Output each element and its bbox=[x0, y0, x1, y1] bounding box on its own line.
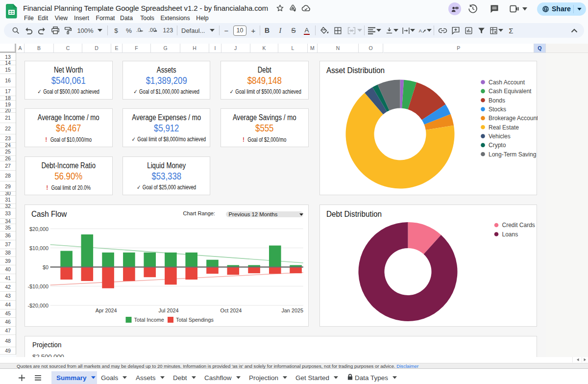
svg-text:$0: $0 bbox=[43, 264, 49, 270]
svg-text:Long-Term Saving: Long-Term Saving bbox=[489, 151, 536, 158]
svg-text:Cash Equivalent: Cash Equivalent bbox=[489, 88, 532, 95]
svg-text:$10,000: $10,000 bbox=[29, 245, 49, 251]
svg-text:.0: .0 bbox=[136, 27, 141, 33]
svg-text:Oct 2024: Oct 2024 bbox=[220, 307, 242, 313]
svg-text:Real Estate: Real Estate bbox=[489, 124, 519, 131]
svg-text:Total Spendings: Total Spendings bbox=[176, 317, 214, 323]
svg-text:.00: .00 bbox=[148, 27, 156, 33]
svg-text:Cash Account: Cash Account bbox=[489, 79, 525, 86]
svg-text:Bonds: Bonds bbox=[489, 97, 505, 104]
svg-text:Vehicles: Vehicles bbox=[489, 133, 511, 140]
svg-text:Jan 2025: Jan 2025 bbox=[281, 307, 303, 313]
svg-text:-$20,000: -$20,000 bbox=[27, 303, 49, 308]
svg-text:Loans: Loans bbox=[502, 231, 518, 238]
svg-text:Stocks: Stocks bbox=[489, 106, 506, 113]
svg-text:Brokerage Account: Brokerage Account bbox=[489, 115, 538, 122]
svg-text:-$10,000: -$10,000 bbox=[27, 283, 49, 289]
svg-text:A: A bbox=[418, 28, 422, 33]
svg-text:Crypto: Crypto bbox=[489, 142, 506, 149]
svg-text:Total Income: Total Income bbox=[134, 317, 164, 323]
svg-text:Jul 2024: Jul 2024 bbox=[159, 307, 179, 313]
svg-text:$20,000: $20,000 bbox=[29, 226, 49, 232]
svg-text:Apr 2024: Apr 2024 bbox=[96, 307, 117, 313]
svg-text:Credit Cards: Credit Cards bbox=[502, 222, 535, 229]
